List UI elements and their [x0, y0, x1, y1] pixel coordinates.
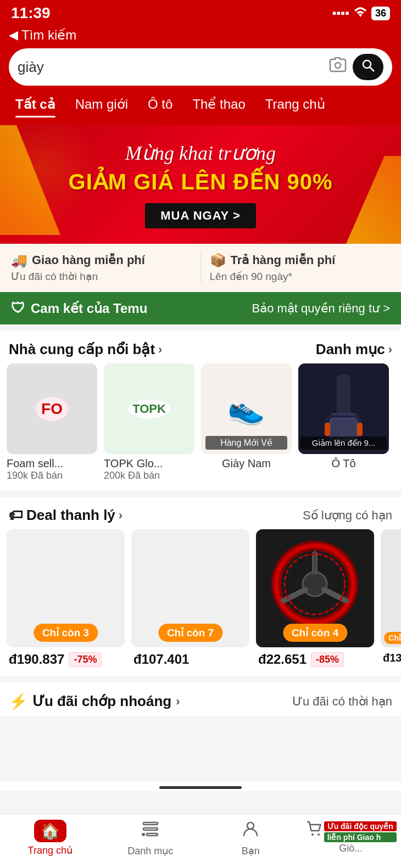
home-bar	[159, 786, 242, 789]
items-row: FO Foam sell... 190k Đã bán TOPK TOPK Gl…	[7, 363, 394, 481]
tab-o-to[interactable]: Ô tô	[138, 92, 182, 116]
flash-icon: ⚡	[9, 692, 28, 710]
tab-nam-gioi[interactable]: Nam giới	[65, 92, 138, 116]
header: ◀ Tìm kiếm	[0, 24, 401, 92]
discount-badge: -85%	[311, 652, 344, 667]
deal-item[interactable]: Chỉ còn đ136	[381, 529, 401, 667]
deal-price-row: đ136	[381, 652, 401, 664]
info-bar: 🚚 Giao hàng miễn phí Ưu đãi có thời hạn …	[0, 244, 401, 292]
stock-badge: Chỉ còn 3	[34, 624, 98, 642]
user-icon	[241, 820, 260, 843]
deal-price: đ22.651	[258, 652, 307, 667]
shipping-subtitle: Ưu đãi có thời hạn	[11, 270, 192, 283]
category-img: 👟 Hàng Mới Về	[201, 363, 292, 454]
banner: Mừng khai trương GIẢM GIÁ LÊN ĐẾN 90% MU…	[0, 125, 401, 244]
returns-icon: 📦	[210, 253, 226, 268]
deal-section: 🏷 Deal thanh lý › Số lượng có hạn Chỉ cò…	[0, 497, 401, 676]
search-bar	[9, 48, 392, 86]
deal-img-steering: Chỉ còn 4	[256, 529, 374, 647]
status-time: 11:39	[11, 4, 51, 22]
wifi-icon	[354, 6, 367, 20]
bottom-nav: 🏠 Trang chủ Danh mục Bạn	[0, 814, 401, 868]
discount-badge: -75%	[69, 652, 102, 667]
banner-title: GIẢM GIÁ LÊN ĐẾN 90%	[11, 169, 390, 194]
svg-point-21	[142, 833, 145, 836]
supplier-img: FO	[7, 363, 97, 454]
returns-subtitle: Lên đến 90 ngày*	[210, 270, 391, 283]
categories-arrow: ›	[388, 343, 392, 357]
stock-badge: Chỉ còn	[384, 632, 401, 644]
deal-price: đ107.401	[133, 652, 189, 667]
search-input[interactable]	[18, 59, 323, 76]
nav-promo-top: Ưu đãi độc quyền liễn phí Giao h	[305, 820, 397, 843]
status-bar: 11:39 ▪▪▪▪ 36	[0, 0, 401, 24]
category-item[interactable]: 👟 Hàng Mới Về Giày Nam	[201, 363, 292, 481]
supplier-sold: 190k Đã bán	[7, 470, 97, 481]
deal-arrow: ›	[119, 508, 122, 523]
deal-price: đ190.837	[9, 652, 64, 667]
nav-gio-hang[interactable]: Ưu đãi độc quyền liễn phí Giao h Giò...	[301, 820, 402, 857]
category-img: Giảm lên đến 9...	[298, 363, 389, 454]
shipping-icon: 🚚	[11, 253, 27, 268]
home-icon: 🏠	[41, 822, 60, 840]
search-button[interactable]	[353, 54, 383, 80]
nav-cart-label: Giò...	[339, 843, 363, 854]
supplier-item[interactable]: TOPK TOPK Glo... 200k Đã bán	[104, 363, 194, 481]
flash-section: ⚡ Ưu đãi chớp nhoáng › Ưu đãi có thời hạ…	[0, 682, 401, 716]
deal-header: 🏷 Deal thanh lý › Số lượng có hạn	[0, 497, 401, 529]
categories-title[interactable]: Danh mục ›	[316, 341, 392, 358]
search-icon	[361, 58, 375, 76]
svg-rect-20	[143, 828, 158, 830]
category-nav-icon	[141, 820, 160, 843]
banner-cta-button[interactable]: MUA NGAY >	[145, 203, 256, 228]
back-nav[interactable]: ◀ Tìm kiếm	[9, 27, 392, 43]
nav-danh-muc-label: Danh mục	[127, 845, 173, 857]
suppliers-arrow: ›	[158, 343, 162, 357]
category-name: Ô Tô	[331, 457, 355, 470]
nav-trang-chu[interactable]: 🏠 Trang chủ	[0, 820, 101, 857]
suppliers-categories-section: Nhà cung cấp nổi bật › Danh mục › FO Foa…	[0, 331, 401, 490]
returns-info: 📦 Trả hàng miễn phí Lên đến 90 ngày*	[210, 253, 391, 283]
supplier-img: TOPK	[104, 363, 194, 454]
category-tabs: Tất cả Nam giới Ô tô Thể thao Trang chủ	[0, 92, 401, 125]
stock-badge: Chỉ còn 7	[158, 624, 222, 642]
svg-point-24	[311, 833, 314, 836]
flash-header: ⚡ Ưu đãi chớp nhoáng › Ưu đãi có thời hạ…	[0, 682, 401, 716]
svg-rect-22	[147, 833, 158, 836]
flash-arrow: ›	[176, 695, 180, 709]
deal-item[interactable]: Chỉ còn 7 đ107.401	[131, 529, 249, 667]
svg-rect-9	[357, 423, 363, 436]
deal-title[interactable]: 🏷 Deal thanh lý ›	[9, 507, 122, 524]
tab-trang-chu[interactable]: Trang chủ	[255, 92, 335, 116]
svg-point-0	[335, 63, 341, 68]
nav-ban[interactable]: Bạn	[200, 820, 301, 857]
svg-point-1	[363, 60, 371, 68]
svg-rect-4	[337, 374, 350, 418]
deal-item[interactable]: Chỉ còn 3 đ190.837 -75%	[7, 529, 125, 667]
svg-rect-8	[325, 423, 330, 436]
suppliers-title[interactable]: Nhà cung cấp nổi bật ›	[9, 341, 162, 358]
signal-icon: ▪▪▪▪	[332, 6, 349, 20]
temu-commitment-banner[interactable]: 🛡 Cam kết của Temu Bảo mật quyền riêng t…	[0, 292, 401, 324]
deal-price-row: đ22.651 -85%	[256, 652, 374, 667]
tab-the-thao[interactable]: Thể thao	[182, 92, 255, 116]
flash-title[interactable]: ⚡ Ưu đãi chớp nhoáng ›	[9, 692, 180, 710]
back-label: Tìm kiếm	[21, 27, 76, 43]
nav-danh-muc[interactable]: Danh mục	[101, 820, 201, 857]
tab-tat-ca[interactable]: Tất cả	[5, 92, 65, 116]
battery-indicator: 36	[371, 7, 390, 20]
supplier-name: Foam sell...	[7, 457, 97, 470]
deal-item[interactable]: Chỉ còn 4 đ22.651 -85%	[256, 529, 374, 667]
temu-left: 🛡 Cam kết của Temu	[11, 300, 147, 317]
shipping-title: 🚚 Giao hàng miễn phí	[11, 253, 192, 268]
home-indicator	[0, 782, 401, 791]
category-item[interactable]: Giảm lên đến 9... Ô Tô	[298, 363, 389, 481]
banner-subtitle: Mừng khai trương	[11, 142, 390, 165]
camera-icon[interactable]	[328, 57, 347, 77]
svg-rect-19	[143, 822, 158, 825]
temu-right: Bảo mật quyền riêng tư >	[252, 301, 391, 316]
stock-badge: Chỉ còn 4	[283, 624, 347, 642]
ribbon-left	[0, 125, 66, 235]
supplier-item[interactable]: FO Foam sell... 190k Đã bán	[7, 363, 97, 481]
deal-img: Chỉ còn 7	[131, 529, 249, 647]
